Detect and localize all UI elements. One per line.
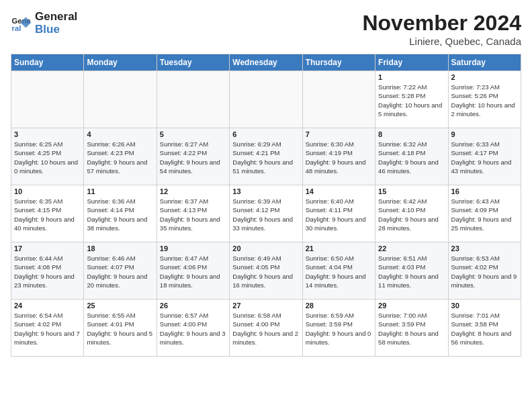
day-number: 13 (232, 187, 299, 195)
day-number: 2 (451, 73, 518, 81)
day-info: Sunrise: 6:27 AM Sunset: 4:22 PM Dayligh… (160, 140, 226, 175)
day-cell (157, 71, 229, 128)
day-number: 7 (306, 130, 372, 138)
day-number: 6 (232, 130, 299, 138)
day-cell: 13Sunrise: 6:39 AM Sunset: 4:12 PM Dayli… (230, 185, 302, 242)
day-number: 30 (451, 302, 518, 310)
day-info: Sunrise: 6:39 AM Sunset: 4:12 PM Dayligh… (232, 197, 299, 232)
day-cell: 23Sunrise: 6:53 AM Sunset: 4:02 PM Dayli… (448, 242, 521, 300)
day-info: Sunrise: 6:58 AM Sunset: 4:00 PM Dayligh… (232, 311, 299, 347)
day-number: 22 (378, 244, 445, 253)
day-cell: 5Sunrise: 6:27 AM Sunset: 4:22 PM Daylig… (157, 128, 229, 185)
day-number: 27 (232, 302, 299, 310)
day-number: 19 (160, 244, 226, 253)
day-cell: 6Sunrise: 6:29 AM Sunset: 4:21 PM Daylig… (230, 128, 302, 185)
day-number: 29 (378, 302, 445, 310)
weekday-header-thursday: Thursday (302, 54, 375, 71)
day-cell: 10Sunrise: 6:35 AM Sunset: 4:15 PM Dayli… (11, 185, 84, 242)
weekday-header-sunday: Sunday (11, 54, 84, 71)
month-title: November 2024 (362, 11, 521, 36)
day-number: 8 (378, 130, 445, 138)
day-cell: 25Sunrise: 6:55 AM Sunset: 4:01 PM Dayli… (84, 300, 157, 357)
weekday-header-friday: Friday (375, 54, 448, 71)
logo-text-line2: Blue (35, 24, 77, 36)
day-info: Sunrise: 6:55 AM Sunset: 4:01 PM Dayligh… (87, 311, 153, 347)
day-info: Sunrise: 6:42 AM Sunset: 4:10 PM Dayligh… (378, 197, 445, 232)
day-info: Sunrise: 6:35 AM Sunset: 4:15 PM Dayligh… (14, 197, 81, 232)
day-number: 17 (14, 244, 81, 253)
day-cell: 18Sunrise: 6:46 AM Sunset: 4:07 PM Dayli… (84, 242, 157, 300)
day-cell: 28Sunrise: 6:59 AM Sunset: 3:59 PM Dayli… (302, 300, 375, 357)
day-cell: 7Sunrise: 6:30 AM Sunset: 4:19 PM Daylig… (302, 128, 375, 185)
day-info: Sunrise: 6:54 AM Sunset: 4:02 PM Dayligh… (14, 311, 81, 347)
week-row-0: 1Sunrise: 7:22 AM Sunset: 5:28 PM Daylig… (11, 71, 521, 128)
day-number: 1 (378, 73, 445, 81)
day-cell (302, 71, 375, 128)
weekday-header-saturday: Saturday (448, 54, 521, 71)
day-info: Sunrise: 6:36 AM Sunset: 4:14 PM Dayligh… (87, 197, 153, 232)
day-cell: 11Sunrise: 6:36 AM Sunset: 4:14 PM Dayli… (84, 185, 157, 242)
logo-icon: Gene ral (11, 13, 32, 34)
day-cell: 14Sunrise: 6:40 AM Sunset: 4:11 PM Dayli… (302, 185, 375, 242)
day-number: 28 (306, 302, 372, 310)
day-info: Sunrise: 6:46 AM Sunset: 4:07 PM Dayligh… (87, 254, 153, 289)
day-number: 16 (451, 187, 518, 195)
day-info: Sunrise: 6:29 AM Sunset: 4:21 PM Dayligh… (232, 140, 299, 175)
day-info: Sunrise: 6:25 AM Sunset: 4:25 PM Dayligh… (14, 140, 81, 175)
day-info: Sunrise: 6:53 AM Sunset: 4:02 PM Dayligh… (451, 254, 518, 289)
day-number: 25 (87, 302, 153, 310)
location-title: Liniere, Quebec, Canada (362, 36, 521, 47)
day-cell: 1Sunrise: 7:22 AM Sunset: 5:28 PM Daylig… (375, 71, 448, 128)
day-number: 26 (160, 302, 226, 310)
day-number: 11 (87, 187, 153, 195)
svg-text:ral: ral (12, 24, 21, 32)
day-cell: 9Sunrise: 6:33 AM Sunset: 4:17 PM Daylig… (448, 128, 521, 185)
day-info: Sunrise: 6:50 AM Sunset: 4:04 PM Dayligh… (306, 254, 372, 289)
day-number: 5 (160, 130, 226, 138)
day-info: Sunrise: 7:23 AM Sunset: 5:26 PM Dayligh… (451, 83, 518, 118)
day-cell: 21Sunrise: 6:50 AM Sunset: 4:04 PM Dayli… (302, 242, 375, 300)
day-number: 10 (14, 187, 81, 195)
day-info: Sunrise: 6:32 AM Sunset: 4:18 PM Dayligh… (378, 140, 445, 175)
day-cell: 3Sunrise: 6:25 AM Sunset: 4:25 PM Daylig… (11, 128, 84, 185)
day-cell: 19Sunrise: 6:47 AM Sunset: 4:06 PM Dayli… (157, 242, 229, 300)
day-info: Sunrise: 6:47 AM Sunset: 4:06 PM Dayligh… (160, 254, 226, 289)
week-row-1: 3Sunrise: 6:25 AM Sunset: 4:25 PM Daylig… (11, 128, 521, 185)
day-info: Sunrise: 6:33 AM Sunset: 4:17 PM Dayligh… (451, 140, 518, 175)
day-number: 15 (378, 187, 445, 195)
day-cell: 17Sunrise: 6:44 AM Sunset: 4:08 PM Dayli… (11, 242, 84, 300)
day-cell: 20Sunrise: 6:49 AM Sunset: 4:05 PM Dayli… (230, 242, 302, 300)
day-cell: 26Sunrise: 6:57 AM Sunset: 4:00 PM Dayli… (157, 300, 229, 357)
day-info: Sunrise: 6:43 AM Sunset: 4:09 PM Dayligh… (451, 197, 518, 232)
day-cell (84, 71, 157, 128)
day-cell: 12Sunrise: 6:37 AM Sunset: 4:13 PM Dayli… (157, 185, 229, 242)
day-number: 12 (160, 187, 226, 195)
week-row-2: 10Sunrise: 6:35 AM Sunset: 4:15 PM Dayli… (11, 185, 521, 242)
day-info: Sunrise: 6:59 AM Sunset: 3:59 PM Dayligh… (306, 311, 372, 347)
weekday-header-wednesday: Wednesday (230, 54, 302, 71)
day-cell (230, 71, 302, 128)
day-info: Sunrise: 7:22 AM Sunset: 5:28 PM Dayligh… (378, 83, 445, 118)
day-number: 9 (451, 130, 518, 138)
day-cell: 2Sunrise: 7:23 AM Sunset: 5:26 PM Daylig… (448, 71, 521, 128)
day-cell: 30Sunrise: 7:01 AM Sunset: 3:58 PM Dayli… (448, 300, 521, 357)
day-info: Sunrise: 6:30 AM Sunset: 4:19 PM Dayligh… (306, 140, 372, 175)
calendar-table: SundayMondayTuesdayWednesdayThursdayFrid… (11, 54, 521, 357)
weekday-header-row: SundayMondayTuesdayWednesdayThursdayFrid… (11, 54, 521, 71)
day-info: Sunrise: 6:37 AM Sunset: 4:13 PM Dayligh… (160, 197, 226, 232)
weekday-header-monday: Monday (84, 54, 157, 71)
day-number: 3 (14, 130, 81, 138)
day-cell: 15Sunrise: 6:42 AM Sunset: 4:10 PM Dayli… (375, 185, 448, 242)
day-info: Sunrise: 6:44 AM Sunset: 4:08 PM Dayligh… (14, 254, 81, 289)
day-cell: 4Sunrise: 6:26 AM Sunset: 4:23 PM Daylig… (84, 128, 157, 185)
day-number: 21 (306, 244, 372, 253)
day-info: Sunrise: 6:40 AM Sunset: 4:11 PM Dayligh… (306, 197, 372, 232)
header: Gene ral General Blue November 2024 Lini… (11, 11, 521, 47)
day-cell (11, 71, 84, 128)
day-cell: 29Sunrise: 7:00 AM Sunset: 3:59 PM Dayli… (375, 300, 448, 357)
day-cell: 8Sunrise: 6:32 AM Sunset: 4:18 PM Daylig… (375, 128, 448, 185)
day-number: 24 (14, 302, 81, 310)
week-row-3: 17Sunrise: 6:44 AM Sunset: 4:08 PM Dayli… (11, 242, 521, 300)
logo-text-line1: General (35, 11, 77, 24)
day-cell: 27Sunrise: 6:58 AM Sunset: 4:00 PM Dayli… (230, 300, 302, 357)
